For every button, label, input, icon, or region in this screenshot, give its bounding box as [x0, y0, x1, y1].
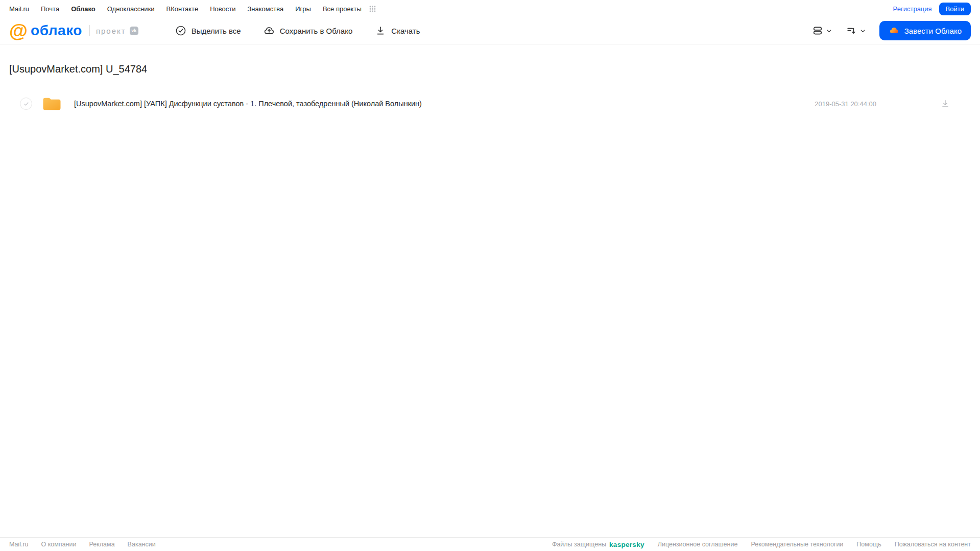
app-header: @ облако проект vk Выделить все Сохранит… — [0, 17, 980, 44]
portal-links: Mail.ru Почта Облако Одноклассники ВКонт… — [9, 5, 376, 13]
check-circle-icon — [175, 25, 186, 36]
view-mode-control[interactable] — [812, 25, 832, 36]
row-download-icon[interactable] — [940, 99, 950, 109]
topnav-item-vkontakte[interactable]: ВКонтакте — [166, 5, 199, 13]
topnav-item-igry[interactable]: Игры — [295, 5, 311, 13]
file-name-link[interactable]: [UsupovMarket.com] [УАПК] Дисфункции сус… — [74, 100, 815, 108]
header-controls: Завести Облако — [812, 21, 971, 40]
page-title: [UsupovMarket.com] U_54784 — [9, 63, 971, 75]
get-cloud-button[interactable]: Завести Облако — [879, 21, 971, 40]
cloud-icon — [889, 25, 900, 36]
list-rows-icon — [812, 25, 823, 36]
topnav-item-znakomstva[interactable]: Знакомства — [247, 5, 283, 13]
download-button[interactable]: Скачать — [375, 25, 420, 36]
topnav-item-odnoklassniki[interactable]: Одноклассники — [107, 5, 155, 13]
kaspersky-protection: Файлы защищены kaspersky — [552, 541, 644, 548]
download-label: Скачать — [391, 27, 420, 35]
footer-link-jobs[interactable]: Вакансии — [128, 541, 156, 548]
topnav-item-all-projects[interactable]: Все проекты — [323, 5, 362, 13]
protected-label: Файлы защищены — [552, 541, 606, 548]
chevron-down-icon — [859, 28, 866, 34]
footer-links-right: Файлы защищены kaspersky Лицензионное со… — [552, 541, 971, 548]
select-all-label: Выделить все — [192, 27, 241, 35]
footer-link-report[interactable]: Пожаловаться на контент — [895, 541, 971, 548]
kaspersky-logo: kaspersky — [609, 541, 644, 548]
apps-grid-icon[interactable] — [369, 6, 376, 12]
select-all-button[interactable]: Выделить все — [175, 25, 241, 36]
login-button[interactable]: Войти — [939, 3, 971, 15]
topnav-item-novosti[interactable]: Новости — [210, 5, 235, 13]
registration-link[interactable]: Регистрация — [893, 5, 932, 13]
folder-icon[interactable] — [42, 95, 62, 112]
footer-link-ads[interactable]: Реклама — [89, 541, 114, 548]
vk-badge-icon: vk — [130, 27, 138, 35]
topnav-item-oblako[interactable]: Облако — [71, 5, 95, 13]
cloud-logo[interactable]: @ облако проект vk — [9, 21, 138, 40]
sort-control[interactable] — [846, 25, 866, 36]
portal-auth: Регистрация Войти — [893, 3, 971, 15]
download-icon — [375, 25, 386, 36]
row-checkbox[interactable] — [20, 98, 32, 110]
page-footer: Mail.ru О компании Реклама Вакансии Файл… — [0, 537, 980, 551]
footer-link-about[interactable]: О компании — [41, 541, 77, 548]
cloud-wordmark: облако — [31, 23, 82, 38]
topnav-item-pochta[interactable]: Почта — [41, 5, 59, 13]
file-toolbar: Выделить все Сохранить в Облако Скачать — [175, 25, 420, 36]
footer-link-license[interactable]: Лицензионное соглашение — [658, 541, 738, 548]
project-label: проект — [96, 27, 126, 35]
sort-arrow-icon — [846, 25, 857, 36]
cloud-upload-icon — [264, 25, 275, 36]
save-to-cloud-button[interactable]: Сохранить в Облако — [264, 25, 353, 36]
footer-links-left: Mail.ru О компании Реклама Вакансии — [9, 541, 156, 548]
get-cloud-label: Завести Облако — [904, 27, 962, 35]
file-row[interactable]: [UsupovMarket.com] [УАПК] Дисфункции сус… — [9, 92, 971, 115]
footer-link-recommendations[interactable]: Рекомендательные технологии — [751, 541, 843, 548]
chevron-down-icon — [826, 28, 832, 34]
file-date: 2019-05-31 20:44:00 — [815, 100, 876, 108]
footer-link-mailru[interactable]: Mail.ru — [9, 541, 29, 548]
logo-divider — [89, 25, 90, 36]
mailru-at-icon: @ — [9, 21, 28, 40]
save-to-cloud-label: Сохранить в Облако — [280, 27, 353, 35]
portal-navbar: Mail.ru Почта Облако Одноклассники ВКонт… — [0, 0, 980, 17]
main-content: [UsupovMarket.com] U_54784 [UsupovMarket… — [0, 63, 980, 115]
topnav-item-mailru[interactable]: Mail.ru — [9, 5, 29, 13]
footer-link-help[interactable]: Помощь — [856, 541, 881, 548]
